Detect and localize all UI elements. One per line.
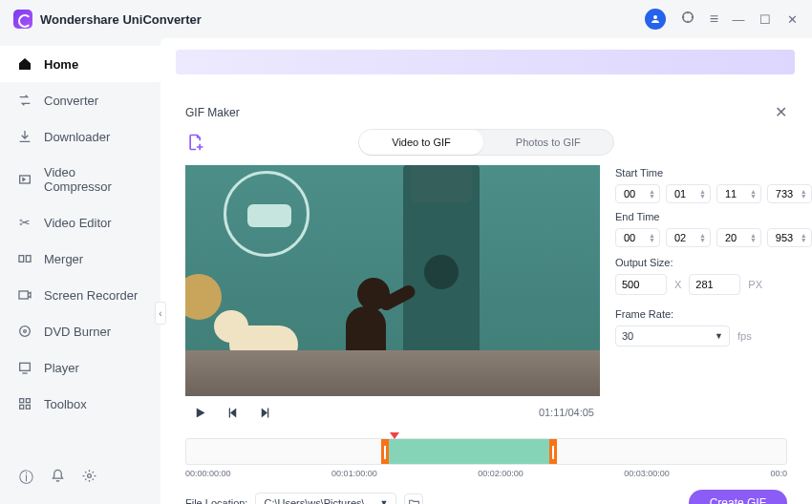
sidebar-item-compressor[interactable]: Video Compressor: [0, 155, 160, 204]
add-file-button[interactable]: [185, 132, 206, 153]
sidebar-item-toolbox[interactable]: Toolbox: [0, 386, 160, 422]
start-ms-stepper[interactable]: ▲▼: [767, 184, 812, 203]
account-avatar-icon[interactable]: [645, 9, 666, 30]
sidebar-item-label: Converter: [44, 94, 98, 108]
end-ms-stepper[interactable]: ▲▼: [767, 228, 812, 247]
open-folder-button[interactable]: [404, 494, 423, 504]
timeline-start-handle[interactable]: [381, 439, 389, 464]
modal-title: GIF Maker: [185, 106, 240, 119]
svg-rect-5: [19, 291, 28, 299]
sidebar-item-player[interactable]: Player: [0, 349, 160, 386]
sidebar-item-label: Player: [44, 361, 79, 375]
file-location-label: File Location:: [185, 497, 247, 504]
sidebar-item-recorder[interactable]: Screen Recorder: [0, 277, 160, 313]
end-hours-stepper[interactable]: ▲▼: [615, 228, 660, 247]
dvd-icon: [17, 324, 32, 339]
sidebar-item-downloader[interactable]: Downloader: [0, 118, 160, 155]
output-size-label: Output Size:: [615, 257, 812, 268]
sidebar-item-label: DVD Burner: [44, 325, 111, 339]
svg-point-7: [24, 330, 27, 333]
svg-point-0: [653, 15, 657, 19]
tab-video-to-gif[interactable]: Video to GIF: [359, 130, 483, 155]
mode-tabs: Video to GIF Photos to GIF: [358, 129, 613, 156]
frame-rate-select[interactable]: 30 ▼: [615, 326, 730, 346]
next-frame-button[interactable]: [256, 404, 273, 421]
sidebar-item-editor[interactable]: ✂ Video Editor: [0, 204, 160, 241]
close-modal-button[interactable]: ✕: [775, 103, 787, 121]
collapse-sidebar-button[interactable]: ‹: [155, 302, 166, 325]
chevron-down-icon: ▼: [380, 498, 389, 504]
close-window-button[interactable]: ✕: [785, 12, 799, 26]
chevron-down-icon: ▼: [715, 331, 723, 341]
app-title: Wondershare UniConverter: [40, 12, 202, 27]
px-label: PX: [748, 279, 762, 290]
compressor-icon: [17, 172, 32, 187]
sidebar-item-label: Video Editor: [44, 216, 112, 230]
prev-frame-button[interactable]: [224, 404, 241, 421]
scissors-icon: ✂: [17, 215, 32, 230]
start-hours-input[interactable]: [624, 188, 647, 200]
help-icon[interactable]: ⓘ: [19, 469, 33, 487]
tick-label: 00:03:00:00: [624, 469, 670, 478]
playhead-icon[interactable]: [390, 432, 399, 439]
frame-rate-value: 30: [622, 330, 633, 342]
sidebar-item-dvd[interactable]: DVD Burner: [0, 313, 160, 349]
svg-rect-11: [20, 405, 24, 409]
sidebar-item-merger[interactable]: Merger: [0, 241, 160, 277]
start-minutes-stepper[interactable]: ▲▼: [666, 184, 711, 203]
background-banner: [176, 50, 795, 74]
titlebar: Wondershare UniConverter ≡ — ☐ ✕: [0, 0, 812, 38]
end-minutes-stepper[interactable]: ▲▼: [666, 228, 711, 247]
timeline: 00:00:00:00 00:01:00:00 00:02:00:00 00:0…: [185, 438, 787, 478]
notifications-icon[interactable]: [51, 469, 65, 487]
svg-rect-3: [19, 256, 24, 262]
file-location-value: C:\Users\ws\Pictures\Wonders: [264, 497, 375, 504]
output-width-input[interactable]: [615, 274, 667, 295]
tick-label: 00:02:00:00: [478, 469, 524, 478]
download-icon: [17, 129, 32, 144]
content-area: ‹ GIF Maker ✕ Video to GIF Photos to GIF: [160, 38, 812, 504]
app-logo-icon: [13, 10, 32, 29]
sidebar-item-label: Home: [44, 57, 78, 72]
start-seconds-stepper[interactable]: ▲▼: [716, 184, 761, 203]
play-button[interactable]: [191, 404, 208, 421]
svg-rect-10: [26, 399, 30, 403]
start-minutes-input[interactable]: [674, 188, 697, 200]
end-seconds-stepper[interactable]: ▲▼: [716, 228, 761, 247]
end-minutes-input[interactable]: [674, 232, 697, 243]
video-preview[interactable]: [185, 165, 600, 396]
sidebar-item-label: Toolbox: [44, 397, 87, 411]
svg-point-13: [88, 474, 92, 478]
timeline-ticks: 00:00:00:00 00:01:00:00 00:02:00:00 00:0…: [185, 469, 787, 478]
sidebar: Home Converter Downloader Video Compress…: [0, 38, 160, 504]
create-gif-button[interactable]: Create GIF: [689, 490, 787, 504]
tab-photos-to-gif[interactable]: Photos to GIF: [483, 130, 613, 155]
options-panel: Start Time ▲▼ ▲▼ ▲▼ ▲▼ End Time ▲▼ ▲▼ ▲▼…: [615, 165, 812, 429]
tick-label: 00:0: [770, 469, 787, 478]
sidebar-item-label: Merger: [44, 252, 83, 266]
support-icon[interactable]: [679, 9, 696, 30]
time-display: 01:11/04:05: [539, 407, 594, 418]
settings-icon[interactable]: [82, 469, 96, 487]
menu-icon[interactable]: ≡: [710, 10, 718, 28]
timeline-track[interactable]: [185, 438, 787, 465]
end-hours-input[interactable]: [624, 232, 647, 243]
svg-rect-8: [20, 363, 31, 370]
toolbox-icon: [17, 396, 32, 411]
sidebar-item-home[interactable]: Home: [0, 46, 160, 82]
sidebar-item-converter[interactable]: Converter: [0, 82, 160, 118]
end-ms-input[interactable]: [776, 232, 799, 243]
svg-rect-12: [26, 405, 30, 409]
start-ms-input[interactable]: [776, 188, 799, 200]
timeline-end-handle[interactable]: [549, 439, 557, 464]
file-location-select[interactable]: C:\Users\ws\Pictures\Wonders ▼: [255, 493, 396, 504]
svg-point-1: [682, 12, 693, 23]
output-height-input[interactable]: [689, 274, 740, 295]
start-hours-stepper[interactable]: ▲▼: [615, 184, 660, 203]
minimize-button[interactable]: —: [732, 12, 745, 26]
start-seconds-input[interactable]: [725, 188, 748, 200]
end-seconds-input[interactable]: [725, 232, 748, 243]
maximize-button[interactable]: ☐: [759, 12, 772, 26]
svg-rect-9: [20, 399, 24, 403]
sidebar-item-label: Screen Recorder: [44, 288, 138, 303]
